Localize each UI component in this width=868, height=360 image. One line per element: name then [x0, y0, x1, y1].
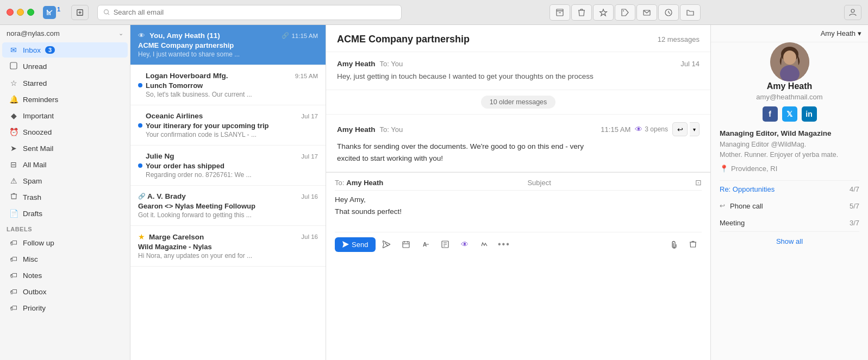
reminders-icon: 🔔 — [9, 95, 18, 104]
sidebar-item-followup[interactable]: 🏷 Follow up — [2, 235, 128, 250]
email-item-3[interactable]: Oceanic Airlines Jul 17 Your itinerary f… — [130, 105, 326, 146]
minimize-button[interactable] — [17, 9, 24, 16]
send-button[interactable]: Send — [335, 237, 376, 252]
sidebar-item-inbox[interactable]: ✉ Inbox 3 — [2, 42, 128, 58]
email-item-5[interactable]: 🔗 A. V. Brady Jul 16 Gearon <> Nylas Mee… — [130, 186, 326, 226]
contact-email-address: amy@heathmail.com — [720, 93, 859, 101]
expand-compose-icon[interactable]: ⊡ — [695, 178, 702, 187]
snoozed-icon: ⏰ — [9, 128, 18, 136]
archive-toolbar-button[interactable] — [549, 4, 570, 21]
sidebar-item-misc[interactable]: 🏷 Misc — [2, 251, 128, 267]
reply-dropdown-button[interactable]: ▾ — [690, 122, 700, 136]
send-icon — [342, 241, 349, 248]
unread-dot — [138, 163, 142, 168]
maximize-button[interactable] — [27, 9, 34, 16]
twitter-icon[interactable]: 𝕏 — [782, 106, 797, 122]
sidebar-item-important[interactable]: ◆ Important — [2, 108, 128, 123]
reminders-label: Reminders — [23, 96, 58, 104]
profile-button[interactable] — [844, 5, 861, 20]
trash-label: Trash — [23, 193, 41, 201]
lock-icon: 🔗 — [138, 193, 146, 200]
email-preview: Hey, I just wanted to share some ... — [138, 50, 318, 58]
contact-location: 📍 Providence, RI — [711, 165, 868, 173]
template-icon — [441, 241, 449, 248]
tracking-button[interactable]: 👁 — [456, 237, 473, 252]
social-icons: f 𝕏 in — [720, 106, 859, 122]
svg-marker-27 — [342, 241, 349, 248]
trash-toolbar-button[interactable] — [571, 4, 592, 21]
archive-icon — [555, 8, 564, 17]
activity-item-3[interactable]: Meeting 3/7 — [711, 214, 868, 231]
sidebar-item-unread[interactable]: Unread — [2, 59, 128, 74]
contact-info: Amy Heath amy@heathmail.com f 𝕏 in — [711, 81, 868, 129]
format-button[interactable]: A — [417, 237, 434, 252]
sidebar-item-all[interactable]: ⊟ All Mail — [2, 157, 128, 172]
sidebar-item-priority[interactable]: 🏷 Priority — [2, 300, 128, 315]
email-preview: So, let's talk business. Our current ... — [146, 91, 318, 98]
close-button[interactable] — [7, 9, 14, 16]
toolbar-icons — [549, 4, 701, 21]
svg-point-6 — [104, 10, 109, 14]
priority-label: Priority — [23, 304, 46, 312]
email-time: Jul 16 — [301, 233, 318, 240]
discard-button[interactable] — [378, 237, 395, 252]
account-chevron-icon[interactable]: ⌄ — [118, 30, 123, 37]
email-toolbar-button[interactable] — [636, 4, 657, 21]
older-messages-button[interactable]: 10 older messages — [481, 96, 556, 109]
sidebar-item-snoozed[interactable]: ⏰ Snoozed — [2, 124, 128, 140]
email-preview: Hi Nora, any updates on your end for ... — [138, 252, 318, 260]
email-subject: Wild Magazine - Nylas — [138, 243, 318, 251]
show-all-section: Show all — [711, 232, 868, 250]
contact-name-dropdown[interactable]: Amy Heath ▾ — [821, 29, 861, 37]
email-item-6[interactable]: ★ Marge Carelson Jul 16 Wild Magazine - … — [130, 226, 326, 267]
sidebar-item-trash[interactable]: Trash — [2, 190, 128, 205]
schedule-button[interactable] — [397, 237, 415, 252]
email-subject: Gearon <> Nylas Meeting Followup — [138, 202, 318, 210]
sidebar-item-outbox[interactable]: 🏷 Outbox — [2, 284, 128, 299]
more-button[interactable]: ••• — [495, 237, 513, 252]
email-item-1[interactable]: 👁 You, Amy Heath (11) 🔗 11:15 AM ACME Co… — [130, 25, 326, 65]
compose-subject-label: Subject — [527, 179, 551, 187]
search-bar[interactable] — [97, 5, 402, 20]
inbox-icon: ✉ — [9, 46, 18, 54]
folder-toolbar-button[interactable] — [680, 4, 701, 21]
linkedin-icon[interactable]: in — [802, 106, 817, 122]
sidebar-item-spam[interactable]: ⚠ Spam — [2, 173, 128, 188]
clock-toolbar-button[interactable] — [658, 4, 679, 21]
activity-item-1[interactable]: Re: Opportunities 4/7 — [711, 181, 868, 198]
tag-toolbar-button[interactable] — [615, 4, 635, 21]
reply-button[interactable]: ↩ — [672, 122, 688, 136]
star-toolbar-button[interactable] — [593, 4, 614, 21]
compose-body[interactable]: Hey Amy, That sounds perfect! — [335, 194, 702, 232]
activity-item-2[interactable]: ↩ Phone call 5/7 — [711, 198, 868, 214]
show-all-button[interactable]: Show all — [776, 237, 803, 245]
email-item-2[interactable]: Logan Hoverboard Mfg. 9:15 AM Lunch Tomo… — [130, 65, 326, 105]
sent-label: Sent Mail — [23, 144, 53, 153]
search-input[interactable] — [114, 8, 396, 16]
activity-label-2: Phone call — [730, 202, 763, 210]
location-text: Providence, RI — [731, 165, 777, 173]
inbox-label: Inbox — [23, 46, 41, 54]
email-preview: Your confirmation code is LSANYL - ... — [146, 131, 318, 138]
ai-button[interactable] — [476, 237, 493, 252]
drafts-icon: 📄 — [9, 209, 18, 218]
send-label: Send — [352, 241, 368, 249]
facebook-icon[interactable]: f — [763, 106, 778, 122]
compose-button[interactable] — [71, 5, 89, 20]
sidebar-item-starred[interactable]: ☆ Starred — [2, 75, 128, 91]
sidebar-item-drafts[interactable]: 📄 Drafts — [2, 206, 128, 221]
account-row: nora@nylas.com ⌄ — [0, 25, 130, 42]
template-button[interactable] — [436, 237, 454, 252]
contact-title: Managing Editor, Wild Magazine — [711, 129, 868, 137]
delete-compose-button[interactable] — [684, 237, 702, 252]
attach-button[interactable] — [665, 237, 682, 252]
location-pin-icon: 📍 — [720, 165, 728, 173]
sidebar-item-reminders[interactable]: 🔔 Reminders — [2, 92, 128, 107]
email-item-4[interactable]: Julie Ng Jul 17 Your order has shipped R… — [130, 146, 326, 186]
message-count: 12 messages — [658, 35, 700, 43]
sidebar-item-notes[interactable]: 🏷 Notes — [2, 268, 128, 283]
drafts-label: Drafts — [23, 210, 42, 218]
spam-icon: ⚠ — [9, 176, 18, 185]
priority-icon: 🏷 — [9, 304, 18, 312]
sidebar-item-sent[interactable]: ➤ Sent Mail — [2, 141, 128, 156]
